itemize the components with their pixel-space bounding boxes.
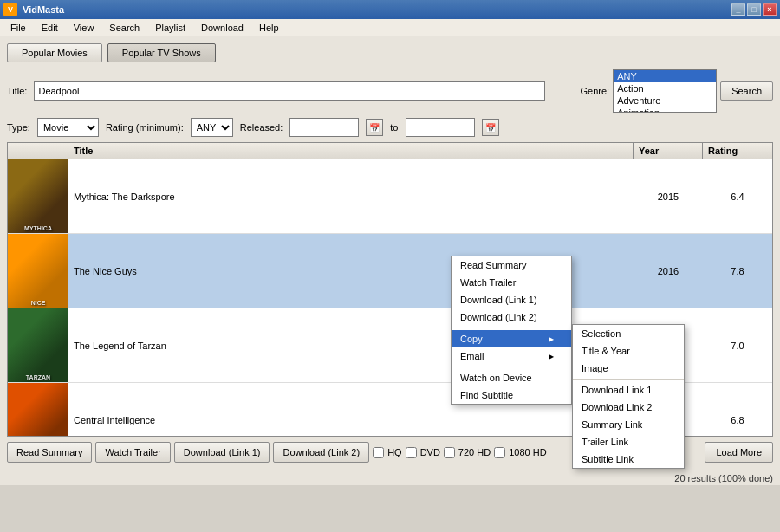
ctx-email[interactable]: Email — [452, 347, 571, 365]
title-bar-left: V VidMasta — [3, 3, 64, 16]
sub-separator — [573, 379, 684, 380]
rating-select[interactable]: ANY — [191, 118, 233, 137]
filter-row: Type: Movie TV Show Rating (minimum): AN… — [7, 118, 773, 137]
genre-section: Genre: ANY Action Adventure Animation Se… — [581, 69, 774, 113]
year-mythica: 2015 — [634, 159, 703, 233]
genre-option-animation[interactable]: Animation — [614, 107, 716, 113]
header-rating: Rating — [703, 143, 772, 159]
rating-label: Rating (minimum): — [106, 122, 184, 133]
thumb-label-tarzan: TARZAN — [8, 374, 68, 380]
table-row[interactable]: NICE The Nice Guys 2016 7.8 — [8, 234, 772, 308]
table-row[interactable]: MYTHICA Mythica: The Darkspore 2015 6.4 — [8, 159, 772, 234]
top-nav-buttons: Popular Movies Popular TV Shows — [7, 43, 773, 62]
popular-movies-button[interactable]: Popular Movies — [7, 43, 102, 62]
rating-tarzan: 7.0 — [703, 308, 772, 382]
genre-option-adventure[interactable]: Adventure — [614, 94, 716, 107]
sub-context-menu: Selection Title & Year Image Download Li… — [572, 324, 685, 469]
title-mythica: Mythica: The Darkspore — [68, 159, 634, 233]
sub-ctx-selection[interactable]: Selection — [573, 325, 684, 342]
context-menu: Read Summary Watch Trailer Download (Lin… — [451, 256, 572, 405]
header-thumbnail — [8, 143, 68, 159]
status-bar: 20 results (100% done) — [0, 470, 780, 485]
ctx-watch-trailer[interactable]: Watch Trailer — [452, 274, 571, 291]
genre-label: Genre: — [581, 86, 610, 96]
menu-playlist[interactable]: Playlist — [148, 21, 192, 35]
type-select[interactable]: Movie TV Show — [37, 118, 99, 137]
header-title: Title — [68, 143, 634, 159]
menu-search[interactable]: Search — [102, 21, 146, 35]
ctx-watch-device[interactable]: Watch on Device — [452, 369, 571, 386]
watch-trailer-button[interactable]: Watch Trailer — [95, 442, 170, 463]
sub-ctx-dl-link2[interactable]: Download Link 2 — [573, 399, 684, 416]
menu-file[interactable]: File — [3, 21, 33, 35]
search-button[interactable]: Search — [720, 81, 773, 101]
hd720-label: 720 HD — [458, 447, 491, 457]
download-link1-button[interactable]: Download (Link 1) — [174, 442, 270, 463]
to-label: to — [390, 122, 398, 133]
title-bar: V VidMasta _ □ × — [0, 0, 780, 19]
close-button[interactable]: × — [763, 3, 777, 16]
calendar-from-button[interactable]: 📅 — [366, 119, 383, 136]
table-header: Title Year Rating — [8, 143, 772, 159]
menu-help[interactable]: Help — [252, 21, 286, 35]
rating-mythica: 6.4 — [703, 159, 772, 233]
thumbnail-mythica: MYTHICA — [8, 159, 68, 233]
sub-ctx-subtitle-link[interactable]: Subtitle Link — [573, 451, 684, 468]
menu-download[interactable]: Download — [194, 21, 250, 35]
title-input[interactable] — [34, 81, 545, 101]
hq-label: HQ — [387, 447, 402, 457]
ctx-download-link2[interactable]: Download (Link 2) — [452, 308, 571, 326]
sub-ctx-dl-link1[interactable]: Download Link 1 — [573, 381, 684, 399]
menu-bar: File Edit View Search Playlist Download … — [0, 19, 780, 36]
rating-niceguys: 7.8 — [703, 234, 772, 308]
hd1080-label: 1080 HD — [509, 447, 546, 457]
search-row: Title: Genre: ANY Action Adventure Anima… — [7, 69, 773, 113]
quality-options: HQ DVD 720 HD 1080 HD — [373, 447, 546, 458]
thumbnail-niceguys: NICE — [8, 234, 68, 308]
popular-tv-shows-button[interactable]: Popular TV Shows — [107, 43, 216, 62]
genre-listbox[interactable]: ANY Action Adventure Animation — [613, 69, 717, 113]
header-year: Year — [634, 143, 703, 159]
sub-ctx-trailer-link[interactable]: Trailer Link — [573, 433, 684, 451]
menu-view[interactable]: View — [67, 21, 101, 35]
app-title: VidMasta — [23, 4, 64, 15]
sub-ctx-title-year[interactable]: Title & Year — [573, 342, 684, 360]
released-from-input[interactable] — [289, 118, 359, 137]
hd720-checkbox[interactable] — [444, 447, 455, 458]
sub-ctx-image[interactable]: Image — [573, 360, 684, 377]
released-label: Released: — [240, 122, 283, 133]
ctx-download-link1[interactable]: Download (Link 1) — [452, 291, 571, 308]
status-text: 20 results (100% done) — [674, 473, 773, 483]
thumbnail-central: CENTRAL — [8, 383, 68, 437]
sub-ctx-summary-link[interactable]: Summary Link — [573, 416, 684, 433]
ctx-separator-1 — [452, 328, 571, 328]
maximize-button[interactable]: □ — [747, 3, 761, 16]
thumb-label-mythica: MYTHICA — [8, 225, 68, 231]
genre-option-any[interactable]: ANY — [614, 70, 716, 82]
load-more-button[interactable]: Load More — [705, 442, 773, 463]
hd1080-checkbox[interactable] — [494, 447, 505, 458]
dvd-checkbox[interactable] — [406, 447, 417, 458]
read-summary-button[interactable]: Read Summary — [7, 442, 92, 463]
ctx-copy[interactable]: Copy — [452, 330, 571, 347]
title-label: Title: — [7, 86, 27, 96]
title-bar-controls[interactable]: _ □ × — [731, 3, 777, 16]
app-icon: V — [3, 3, 17, 16]
ctx-find-subtitle[interactable]: Find Subtitle — [452, 386, 571, 404]
rating-central: 6.8 — [703, 383, 772, 437]
download-link2-button[interactable]: Download (Link 2) — [273, 442, 369, 463]
hq-checkbox[interactable] — [373, 447, 384, 458]
genre-option-action[interactable]: Action — [614, 82, 716, 94]
released-to-input[interactable] — [406, 118, 475, 137]
minimize-button[interactable]: _ — [731, 3, 745, 16]
type-label: Type: — [7, 122, 30, 133]
dvd-label: DVD — [420, 447, 440, 457]
thumb-label-niceguys: NICE — [8, 300, 68, 306]
ctx-read-summary[interactable]: Read Summary — [452, 256, 571, 274]
year-niceguys: 2016 — [634, 234, 703, 308]
ctx-separator-2 — [452, 367, 571, 367]
thumbnail-tarzan: TARZAN — [8, 308, 68, 382]
calendar-to-button[interactable]: 📅 — [482, 119, 499, 136]
menu-edit[interactable]: Edit — [35, 21, 65, 35]
